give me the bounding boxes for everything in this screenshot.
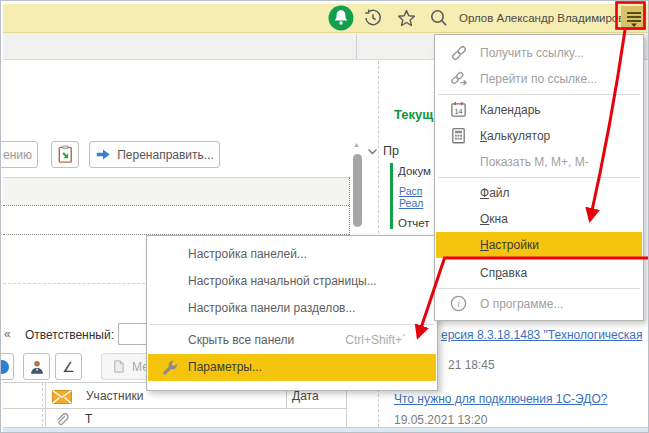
notifications-button[interactable] [328,5,354,31]
current-tasks-title: Текущ [394,107,433,122]
menu-separator [438,94,640,95]
svg-text:i: i [457,299,460,309]
application-window: Орлов Александр Владимирович ению Перена… [0,0,649,433]
menu-item-label: айл [489,186,509,200]
menu-item-help[interactable]: Справка [436,260,642,286]
menu-item-label: Скрыть все панели [188,333,294,347]
link-icon [449,43,469,63]
menu-item-setup-sections-panel[interactable]: Настройка панели разделов... [148,295,436,322]
menu-item-file[interactable]: Файл [436,180,642,206]
menu-item-goto-link[interactable]: Перейти по ссылке... [436,66,642,92]
menu-accelerator: Н [480,238,489,252]
star-icon [396,8,417,29]
main-dropdown-menu: Получить ссылку... Перейти по ссылке... … [434,34,644,321]
menu-accelerator: К [480,129,487,143]
menu-item-label: авка [502,266,527,280]
menu-item-label: О программе... [480,297,563,311]
menu-item-setup-start-page[interactable]: Настройка начальной страницы... [148,268,436,295]
bell-icon [328,5,354,31]
to-execution-button[interactable]: ению [0,141,38,168]
menu-item-label: Сп [480,266,495,280]
column-header-date[interactable]: Дата [292,389,319,403]
table-row-fragment[interactable]: Т [85,412,92,426]
top-toolbar: Орлов Александр Владимирович [3,4,648,33]
news-link-edo[interactable]: Что нужно для подключения 1С-ЭДО? [394,392,607,406]
search-icon [429,8,449,28]
partial-tool-button[interactable] [0,353,14,380]
news-date-2: 19.05.2021 13:20 [394,413,487,427]
accept-task-button[interactable] [51,141,79,168]
clipboard-check-icon [55,144,76,165]
menu-item-label: Настройка панелей... [188,247,307,261]
search-button[interactable] [428,7,450,29]
info-icon: i [449,294,469,314]
tasks-group1-label: Докум [398,165,431,177]
menu-accelerator: Ф [480,186,489,200]
menu-item-setup-panels[interactable]: Настройка панелей... [148,241,436,268]
menu-item-hide-all-panels[interactable]: Скрыть все панели Ctrl+Shift+` [148,327,436,354]
menu-item-label: Показать М, М+, М- [480,155,589,169]
menu-item-label: кна [489,212,508,226]
redirect-button[interactable]: Перенаправить... [89,141,220,168]
menu-item-label: астройки [489,238,539,252]
menu-item-calendar[interactable]: 14 Календарь [436,97,642,123]
menu-item-show-memory[interactable]: Показать М, М+, М- [436,149,642,175]
burger-icon [624,8,644,28]
tasks-link-2[interactable]: Реал [399,197,423,209]
menu-item-label: Настройка панели разделов... [188,301,355,315]
tasks-section-label[interactable]: Пр [383,144,399,158]
list-header-band [3,177,349,205]
calendar-icon: 14 [449,100,469,120]
history-icon [363,8,383,28]
assignee-button[interactable] [23,353,50,380]
goto-link-icon [449,69,469,89]
paperclip-icon [54,412,69,427]
main-menu-button[interactable] [621,6,646,30]
person-icon [28,358,46,376]
history-button[interactable] [362,7,384,29]
menu-item-windows[interactable]: Окна [436,206,642,232]
window-bottom-strip [3,427,648,433]
angle-button[interactable]: ∠ [55,353,82,380]
table-left-border [45,383,46,427]
menu-item-label: Настройка начальной страницы... [188,274,377,288]
gutter-divider [42,383,43,427]
current-user-name[interactable]: Орлов Александр Владимирович [459,12,637,24]
list-separator [3,205,349,206]
panels-context-menu: Настройка панелей... Настройка начальной… [146,235,438,391]
menu-item-settings[interactable]: Настройки [436,232,642,258]
wrench-icon [160,358,180,378]
menu-separator [438,288,640,289]
list-right-edge [349,177,350,235]
panel-divider [356,34,357,59]
menu-item-about[interactable]: i О программе... [436,291,642,317]
mail-icon [52,390,72,404]
menu-separator [438,177,640,178]
chevron-down-icon[interactable] [367,147,378,156]
angle-icon: ∠ [62,359,75,375]
menu-shortcut: Ctrl+Shift+` [345,327,406,354]
menu-accelerator: р [495,266,502,280]
tasks-group2-label: Отчет [398,217,430,229]
menu-item-calculator[interactable]: Калькулятор [436,123,642,149]
news-date-1: 21 18:45 [448,358,495,372]
favorites-button[interactable] [395,7,417,29]
tasks-group-accent [390,163,393,229]
menu-item-label: Параметры... [188,360,262,374]
menu-item-label: Перейти по ссылке... [480,72,597,86]
menu-item-parameters[interactable]: Параметры... [148,354,436,381]
menu-accelerator: О [480,212,489,226]
column-header-participants[interactable]: Участники [86,389,143,403]
menu-item-get-link[interactable]: Получить ссылку... [436,40,642,66]
redirect-label: Перенаправить... [117,148,214,162]
scrollbar-thumb[interactable] [353,154,362,227]
collapse-chevrons[interactable]: « [4,327,11,341]
tasks-link-1[interactable]: Расп [399,185,422,197]
menu-separator [150,324,434,325]
menu-item-label: Получить ссылку... [480,46,584,60]
redirect-arrow-icon [95,148,111,161]
news-link-version[interactable]: ерсия 8.3.18.1483 "Технологическая [441,328,642,342]
table-header-border [3,408,346,409]
to-execution-label: ению [3,148,32,162]
scroll-up-arrow[interactable]: ▲ [353,141,360,148]
